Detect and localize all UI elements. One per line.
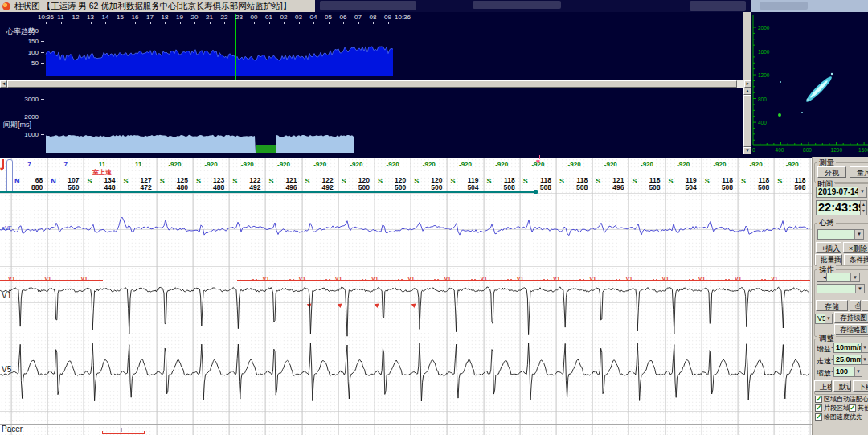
checkbox-icon[interactable]: [815, 413, 822, 421]
move-down-button[interactable]: 下移: [853, 380, 868, 392]
scroll-thumb[interactable]: [743, 95, 751, 147]
beat-type-select[interactable]: ▼: [817, 229, 864, 240]
option-checkbox-row[interactable]: 区域自动适配心搏: [815, 395, 868, 404]
time-axis-tick-label: 16: [132, 14, 139, 21]
time-axis-tick-label: 05: [325, 14, 332, 21]
scroll-right-button[interactable]: ►: [744, 80, 751, 88]
checkbox-label: 绘图速度优先: [824, 412, 862, 421]
time-axis-tick: [254, 22, 255, 24]
batch-insert-button[interactable]: 批量插入: [815, 254, 842, 265]
delete-beat-button[interactable]: ×删除: [843, 242, 868, 253]
interval-axis-tick-label: 1000: [18, 131, 39, 138]
zoom-label: 缩放:: [817, 368, 833, 379]
save-options-chevron-icon[interactable]: ▼: [862, 300, 868, 311]
lead-select[interactable]: V5 ▼: [815, 314, 833, 324]
hr-trend-plot: [0, 12, 743, 80]
move-up-button[interactable]: 上移: [814, 380, 832, 392]
printer-icon[interactable]: ⎙: [850, 300, 861, 311]
chevron-down-icon[interactable]: ▼: [825, 314, 832, 323]
measurement-bracket: [102, 431, 145, 434]
time-axis-tick-label: 23: [235, 14, 243, 21]
scroll-thumb[interactable]: [7, 80, 737, 88]
scatter-x-label: 800: [803, 147, 812, 153]
checkbox-label: 片段区域: [824, 404, 850, 412]
chevron-down-icon[interactable]: ▼: [854, 367, 862, 376]
scatter-plot-canvas: 200016001200800400040080012001600: [751, 12, 868, 157]
time-axis-tick: [240, 22, 240, 24]
speed-select[interactable]: 25.0mm/s ▼: [833, 355, 868, 365]
save-thumbnail-button[interactable]: 存缩略图: [834, 324, 868, 335]
conditional-insert-button[interactable]: 条件插入: [844, 254, 868, 265]
ruler-button[interactable]: 量尺: [850, 166, 868, 178]
scatter-x-label: 400: [776, 147, 784, 153]
lorenz-scatter-plot[interactable]: 200016001200800400040080012001600: [751, 12, 868, 157]
split-view-button[interactable]: 分视: [817, 166, 846, 178]
operation-select-2[interactable]: ▼: [817, 284, 865, 293]
interval-plot: [0, 88, 743, 154]
hr-axis-tick-label: 50: [18, 60, 39, 67]
time-axis-tick-label: 07: [354, 14, 362, 21]
background-window-blob: [473, 1, 561, 9]
hr-trend-chart[interactable]: 心率趋势 10:36111213141516171819202122230001…: [0, 12, 743, 80]
checkbox-icon[interactable]: [815, 404, 822, 412]
scroll-left-button[interactable]: ◄: [0, 80, 7, 88]
scatter-x-label: 1200: [831, 147, 843, 153]
app-icon: [2, 2, 10, 10]
spinner-arrows-icon[interactable]: ▲▼: [860, 201, 866, 215]
interval-chart[interactable]: 间期[ms] 300020001000: [0, 88, 743, 154]
option-checkbox-row[interactable]: 其他: [849, 404, 868, 412]
zoom-select[interactable]: 100 ▼: [833, 367, 862, 377]
time-axis-tick: [299, 22, 300, 24]
time-axis-tick: [105, 22, 106, 24]
operation-select-1[interactable]: ▼: [826, 273, 860, 282]
background-window-blob: [690, 1, 746, 11]
checkbox-icon[interactable]: [849, 404, 856, 412]
time-axis-tick: [165, 22, 166, 24]
date-select[interactable]: 2019-07-14 ▼: [816, 187, 867, 198]
save-button[interactable]: 存储: [816, 300, 848, 311]
hr-axis-tick: [41, 63, 44, 64]
time-axis-tick: [180, 22, 181, 24]
background-window-blob: [320, 1, 416, 10]
time-scrollbar[interactable]: ◄ ►: [0, 80, 751, 88]
chevron-down-icon[interactable]: ▼: [861, 343, 868, 352]
chevron-down-icon[interactable]: ▼: [855, 285, 864, 293]
scatter-y-label: 800: [758, 96, 767, 102]
ecg-strip-area[interactable]: ♥ 7N688807N10756011室上速S13444811S127472-9…: [0, 154, 812, 435]
gain-label: 增益:: [817, 344, 833, 355]
scatter-y-label: 2000: [758, 25, 770, 31]
insert-beat-button[interactable]: +插入: [816, 242, 841, 253]
ecg-waveforms: [0, 154, 812, 435]
chevron-down-icon[interactable]: ▼: [858, 187, 866, 197]
scroll-up-button[interactable]: ▲: [743, 88, 751, 95]
option-checkbox-row[interactable]: 片段区域: [815, 404, 850, 412]
chevron-down-icon[interactable]: ▼: [854, 230, 863, 239]
outlier-dot: [778, 113, 781, 117]
scatter-x-label: 0: [752, 147, 755, 153]
time-axis-tick-label: 03: [295, 14, 302, 21]
save-serial-image-button[interactable]: 存持续图: [834, 312, 868, 323]
chevron-down-icon[interactable]: ▼: [861, 355, 868, 364]
time-axis-tick-label: 10:36: [38, 14, 54, 21]
hr-axis-tick-label: 100: [18, 49, 39, 56]
gain-select[interactable]: 10mm/mV ▼: [833, 343, 868, 353]
time-axis-tick: [373, 22, 374, 24]
time-spinner[interactable]: 22:43:39 ▲▼: [816, 200, 867, 215]
default-button[interactable]: 默认: [833, 380, 851, 392]
time-axis-tick-label: 17: [146, 14, 154, 21]
checkbox-label: 区域自动适配心搏: [824, 395, 868, 404]
time-axis-tick: [61, 22, 62, 24]
time-axis-tick: [329, 22, 330, 24]
zoom-value: 100: [836, 367, 848, 375]
v1-trace: [0, 287, 809, 336]
time-value: 22:43:39: [818, 201, 865, 214]
option-checkbox-row[interactable]: 绘图速度优先: [815, 412, 862, 421]
time-axis-tick: [343, 22, 344, 24]
adjust-group-title: 调整: [817, 334, 836, 342]
holter-analysis-window: 柱状图 【王运涛 男 62 优加利数据服务中心[北京长寿俱乐部网站监护站]】 心…: [0, 0, 868, 435]
checkbox-icon[interactable]: [815, 396, 822, 403]
scroll-down-button[interactable]: ▼: [743, 147, 751, 154]
chevron-down-icon[interactable]: ▼: [850, 273, 859, 281]
time-axis-tick-label: 10:36: [395, 14, 411, 21]
interval-scrollbar[interactable]: ▲ ▼: [743, 88, 751, 154]
